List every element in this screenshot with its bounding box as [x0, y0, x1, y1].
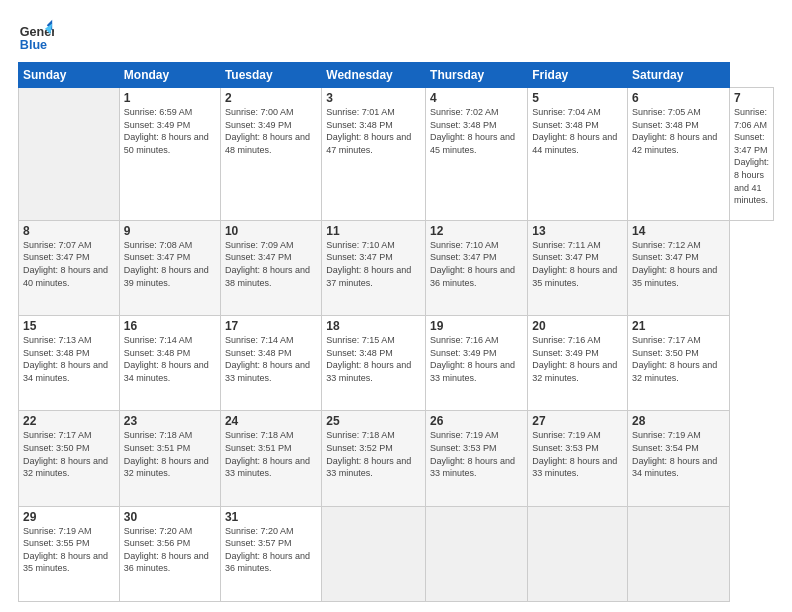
day-detail: Sunrise: 7:01 AMSunset: 3:48 PMDaylight:…	[326, 106, 421, 156]
day-detail: Sunrise: 7:19 AMSunset: 3:54 PMDaylight:…	[632, 429, 725, 479]
day-header-tuesday: Tuesday	[220, 63, 321, 88]
day-cell-26: 26Sunrise: 7:19 AMSunset: 3:53 PMDayligh…	[426, 411, 528, 506]
day-number: 11	[326, 224, 421, 238]
empty-cell	[19, 88, 120, 221]
day-detail: Sunrise: 7:12 AMSunset: 3:47 PMDaylight:…	[632, 239, 725, 289]
day-header-thursday: Thursday	[426, 63, 528, 88]
day-detail: Sunrise: 7:18 AMSunset: 3:52 PMDaylight:…	[326, 429, 421, 479]
day-detail: Sunrise: 7:14 AMSunset: 3:48 PMDaylight:…	[225, 334, 317, 384]
day-detail: Sunrise: 7:00 AMSunset: 3:49 PMDaylight:…	[225, 106, 317, 156]
day-detail: Sunrise: 7:17 AMSunset: 3:50 PMDaylight:…	[23, 429, 115, 479]
week-row-4: 29Sunrise: 7:19 AMSunset: 3:55 PMDayligh…	[19, 506, 774, 601]
day-cell-29: 29Sunrise: 7:19 AMSunset: 3:55 PMDayligh…	[19, 506, 120, 601]
day-cell-5: 5Sunrise: 7:04 AMSunset: 3:48 PMDaylight…	[528, 88, 628, 221]
day-header-sunday: Sunday	[19, 63, 120, 88]
day-cell-1: 1Sunrise: 6:59 AMSunset: 3:49 PMDaylight…	[119, 88, 220, 221]
header: General Blue	[18, 18, 774, 54]
day-number: 15	[23, 319, 115, 333]
day-detail: Sunrise: 7:10 AMSunset: 3:47 PMDaylight:…	[430, 239, 523, 289]
day-number: 26	[430, 414, 523, 428]
day-number: 20	[532, 319, 623, 333]
day-detail: Sunrise: 7:14 AMSunset: 3:48 PMDaylight:…	[124, 334, 216, 384]
day-cell-6: 6Sunrise: 7:05 AMSunset: 3:48 PMDaylight…	[628, 88, 730, 221]
day-number: 17	[225, 319, 317, 333]
day-cell-23: 23Sunrise: 7:18 AMSunset: 3:51 PMDayligh…	[119, 411, 220, 506]
day-detail: Sunrise: 7:04 AMSunset: 3:48 PMDaylight:…	[532, 106, 623, 156]
day-detail: Sunrise: 7:09 AMSunset: 3:47 PMDaylight:…	[225, 239, 317, 289]
day-number: 1	[124, 91, 216, 105]
day-number: 14	[632, 224, 725, 238]
day-number: 10	[225, 224, 317, 238]
day-header-wednesday: Wednesday	[322, 63, 426, 88]
day-cell-2: 2Sunrise: 7:00 AMSunset: 3:49 PMDaylight…	[220, 88, 321, 221]
day-detail: Sunrise: 7:20 AMSunset: 3:57 PMDaylight:…	[225, 525, 317, 575]
day-cell-27: 27Sunrise: 7:19 AMSunset: 3:53 PMDayligh…	[528, 411, 628, 506]
logo-icon: General Blue	[18, 18, 54, 54]
day-number: 31	[225, 510, 317, 524]
day-detail: Sunrise: 7:18 AMSunset: 3:51 PMDaylight:…	[225, 429, 317, 479]
day-detail: Sunrise: 7:19 AMSunset: 3:55 PMDaylight:…	[23, 525, 115, 575]
day-detail: Sunrise: 6:59 AMSunset: 3:49 PMDaylight:…	[124, 106, 216, 156]
day-cell-25: 25Sunrise: 7:18 AMSunset: 3:52 PMDayligh…	[322, 411, 426, 506]
day-cell-3: 3Sunrise: 7:01 AMSunset: 3:48 PMDaylight…	[322, 88, 426, 221]
day-header-monday: Monday	[119, 63, 220, 88]
empty-cell	[322, 506, 426, 601]
week-row-3: 22Sunrise: 7:17 AMSunset: 3:50 PMDayligh…	[19, 411, 774, 506]
day-number: 24	[225, 414, 317, 428]
day-number: 25	[326, 414, 421, 428]
day-cell-7: 7Sunrise: 7:06 AMSunset: 3:47 PMDaylight…	[729, 88, 773, 221]
day-detail: Sunrise: 7:20 AMSunset: 3:56 PMDaylight:…	[124, 525, 216, 575]
day-number: 6	[632, 91, 725, 105]
day-number: 5	[532, 91, 623, 105]
day-cell-24: 24Sunrise: 7:18 AMSunset: 3:51 PMDayligh…	[220, 411, 321, 506]
day-number: 22	[23, 414, 115, 428]
day-cell-11: 11Sunrise: 7:10 AMSunset: 3:47 PMDayligh…	[322, 220, 426, 315]
day-number: 8	[23, 224, 115, 238]
day-number: 4	[430, 91, 523, 105]
day-detail: Sunrise: 7:13 AMSunset: 3:48 PMDaylight:…	[23, 334, 115, 384]
day-number: 9	[124, 224, 216, 238]
calendar-table: SundayMondayTuesdayWednesdayThursdayFrid…	[18, 62, 774, 602]
day-cell-4: 4Sunrise: 7:02 AMSunset: 3:48 PMDaylight…	[426, 88, 528, 221]
logo: General Blue	[18, 18, 54, 54]
day-cell-17: 17Sunrise: 7:14 AMSunset: 3:48 PMDayligh…	[220, 316, 321, 411]
day-number: 3	[326, 91, 421, 105]
day-detail: Sunrise: 7:19 AMSunset: 3:53 PMDaylight:…	[430, 429, 523, 479]
day-number: 28	[632, 414, 725, 428]
header-row: SundayMondayTuesdayWednesdayThursdayFrid…	[19, 63, 774, 88]
day-detail: Sunrise: 7:08 AMSunset: 3:47 PMDaylight:…	[124, 239, 216, 289]
day-header-friday: Friday	[528, 63, 628, 88]
week-row-2: 15Sunrise: 7:13 AMSunset: 3:48 PMDayligh…	[19, 316, 774, 411]
day-detail: Sunrise: 7:05 AMSunset: 3:48 PMDaylight:…	[632, 106, 725, 156]
svg-text:Blue: Blue	[20, 38, 47, 52]
day-detail: Sunrise: 7:06 AMSunset: 3:47 PMDaylight:…	[734, 106, 769, 207]
day-cell-21: 21Sunrise: 7:17 AMSunset: 3:50 PMDayligh…	[628, 316, 730, 411]
day-number: 19	[430, 319, 523, 333]
day-number: 23	[124, 414, 216, 428]
day-detail: Sunrise: 7:07 AMSunset: 3:47 PMDaylight:…	[23, 239, 115, 289]
day-detail: Sunrise: 7:15 AMSunset: 3:48 PMDaylight:…	[326, 334, 421, 384]
day-cell-31: 31Sunrise: 7:20 AMSunset: 3:57 PMDayligh…	[220, 506, 321, 601]
day-number: 2	[225, 91, 317, 105]
day-detail: Sunrise: 7:16 AMSunset: 3:49 PMDaylight:…	[430, 334, 523, 384]
day-number: 13	[532, 224, 623, 238]
day-cell-30: 30Sunrise: 7:20 AMSunset: 3:56 PMDayligh…	[119, 506, 220, 601]
day-cell-13: 13Sunrise: 7:11 AMSunset: 3:47 PMDayligh…	[528, 220, 628, 315]
day-number: 18	[326, 319, 421, 333]
day-number: 27	[532, 414, 623, 428]
day-cell-20: 20Sunrise: 7:16 AMSunset: 3:49 PMDayligh…	[528, 316, 628, 411]
day-cell-14: 14Sunrise: 7:12 AMSunset: 3:47 PMDayligh…	[628, 220, 730, 315]
empty-cell	[628, 506, 730, 601]
day-cell-9: 9Sunrise: 7:08 AMSunset: 3:47 PMDaylight…	[119, 220, 220, 315]
day-cell-15: 15Sunrise: 7:13 AMSunset: 3:48 PMDayligh…	[19, 316, 120, 411]
page: General Blue SundayMondayTuesdayWednesda…	[0, 0, 792, 612]
day-detail: Sunrise: 7:02 AMSunset: 3:48 PMDaylight:…	[430, 106, 523, 156]
day-cell-18: 18Sunrise: 7:15 AMSunset: 3:48 PMDayligh…	[322, 316, 426, 411]
day-detail: Sunrise: 7:17 AMSunset: 3:50 PMDaylight:…	[632, 334, 725, 384]
day-detail: Sunrise: 7:16 AMSunset: 3:49 PMDaylight:…	[532, 334, 623, 384]
empty-cell	[426, 506, 528, 601]
day-cell-10: 10Sunrise: 7:09 AMSunset: 3:47 PMDayligh…	[220, 220, 321, 315]
day-number: 12	[430, 224, 523, 238]
week-row-0: 1Sunrise: 6:59 AMSunset: 3:49 PMDaylight…	[19, 88, 774, 221]
day-cell-22: 22Sunrise: 7:17 AMSunset: 3:50 PMDayligh…	[19, 411, 120, 506]
